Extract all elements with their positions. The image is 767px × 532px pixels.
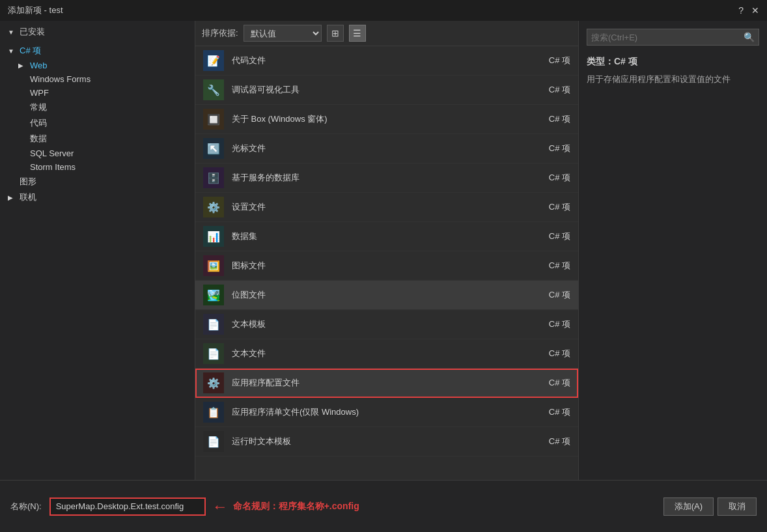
tree-arrow-online: ▶: [8, 194, 17, 201]
tree-label-data: 数据: [30, 133, 47, 145]
cancel-button[interactable]: 取消: [718, 497, 757, 516]
list-item-code-file[interactable]: 📝代码文件C# 项: [195, 46, 578, 76]
tree-item-web[interactable]: ▶Web: [0, 59, 195, 72]
item-name-code-file: 代码文件: [232, 55, 523, 66]
item-name-cursor-file: 光标文件: [232, 143, 523, 154]
tree-label-winforms: Windows Forms: [30, 74, 91, 84]
tree-label-web: Web: [30, 61, 48, 70]
list-item-bitmap-file[interactable]: 🏞️位图文件C# 项: [195, 281, 578, 310]
tree-arrow-web: ▶: [18, 62, 27, 69]
name-input[interactable]: [49, 497, 206, 516]
list-item-text-file[interactable]: 📄文本文件C# 项: [195, 339, 578, 369]
item-type-about-box: C# 项: [531, 113, 570, 125]
installed-header: ▼ 已安装: [0, 21, 195, 43]
item-icon-debug-vis: 🔧: [203, 79, 224, 100]
item-name-text-file: 文本文件: [232, 348, 523, 359]
bottom-buttons: 添加(A) 取消: [663, 497, 757, 516]
tree-label-online: 联机: [20, 191, 36, 203]
center-toolbar: 排序依据: 默认值 ⊞ ☰: [195, 21, 578, 46]
list-view-button[interactable]: ☰: [349, 25, 366, 42]
info-type: 类型：C# 项: [587, 56, 759, 68]
item-name-runtime-tmpl: 运行时文本模板: [232, 436, 523, 447]
close-button[interactable]: ✕: [751, 5, 759, 16]
tree-item-sqlserver[interactable]: SQL Server: [0, 147, 195, 160]
search-bar[interactable]: 🔍: [587, 29, 759, 46]
tree-item-online[interactable]: ▶联机: [0, 189, 195, 205]
tree-item-csharp[interactable]: ▼C# 项: [0, 43, 195, 59]
item-name-debug-vis: 调试器可视化工具: [232, 84, 523, 96]
item-type-dataset: C# 项: [531, 231, 570, 242]
right-panel: 🔍 类型：C# 项 用于存储应用程序配置和设置值的文件: [578, 21, 767, 480]
list-item-text-template[interactable]: 📄文本模板C# 项: [195, 310, 578, 339]
item-type-text-file: C# 项: [531, 348, 570, 359]
item-type-runtime-tmpl: C# 项: [531, 436, 570, 447]
tree-container: ▼C# 项▶WebWindows FormsWPF常规代码数据SQL Serve…: [0, 43, 195, 205]
info-desc: 用于存储应用程序配置和设置值的文件: [587, 73, 759, 87]
help-button[interactable]: ?: [738, 5, 744, 16]
left-panel: ▼ 已安装 ▼C# 项▶WebWindows FormsWPF常规代码数据SQL…: [0, 21, 195, 480]
item-type-debug-vis: C# 项: [531, 84, 570, 96]
item-icon-cursor-file: ↖️: [203, 138, 224, 159]
tree-item-code[interactable]: 代码: [0, 115, 195, 131]
tree-label-csharp: C# 项: [20, 45, 41, 57]
item-name-bitmap-file: 位图文件: [232, 289, 523, 301]
arrow-hint: ← 命名规则：程序集名称+.config: [212, 497, 359, 516]
arrow-icon: ←: [212, 497, 228, 516]
sort-label: 排序依据:: [202, 27, 238, 39]
title-bar-controls: ? ✕: [738, 5, 759, 16]
item-name-app-manifest: 应用程序清单文件(仅限 Windows): [232, 406, 523, 418]
items-container: 📝代码文件C# 项🔧调试器可视化工具C# 项🔲关于 Box (Windows 窗…: [195, 46, 578, 456]
item-icon-text-template: 📄: [203, 314, 224, 335]
item-type-bitmap-file: C# 项: [531, 289, 570, 301]
list-item-ico-file[interactable]: 🖼️图标文件C# 项: [195, 251, 578, 281]
item-name-settings-file: 设置文件: [232, 201, 523, 213]
item-icon-bitmap-file: 🏞️: [203, 285, 224, 305]
list-item-debug-vis[interactable]: 🔧调试器可视化工具C# 项: [195, 76, 578, 105]
tree-item-graphics[interactable]: 图形: [0, 174, 195, 189]
tree-label-graphics: 图形: [20, 176, 36, 188]
list-item-runtime-tmpl[interactable]: 📄运行时文本模板C# 项: [195, 427, 578, 456]
list-item-about-box[interactable]: 🔲关于 Box (Windows 窗体)C# 项: [195, 105, 578, 134]
tree-item-stormitems[interactable]: Storm Items: [0, 160, 195, 174]
tree-label-sqlserver: SQL Server: [30, 148, 74, 158]
item-icon-ico-file: 🖼️: [203, 255, 224, 276]
list-item-settings-file[interactable]: ⚙️设置文件C# 项: [195, 193, 578, 222]
item-icon-runtime-tmpl: 📄: [203, 431, 224, 452]
list-item-app-manifest[interactable]: 📋应用程序清单文件(仅限 Windows)C# 项: [195, 398, 578, 427]
item-type-cursor-file: C# 项: [531, 143, 570, 154]
tree-item-wpf[interactable]: WPF: [0, 86, 195, 100]
search-icon: 🔍: [744, 32, 755, 42]
list-item-cursor-file[interactable]: ↖️光标文件C# 项: [195, 134, 578, 163]
center-panel: 排序依据: 默认值 ⊞ ☰ 📝代码文件C# 项🔧调试器可视化工具C# 项🔲关于 …: [195, 21, 578, 480]
bottom-bar: 名称(N): ← 命名规则：程序集名称+.config 添加(A) 取消: [0, 480, 767, 532]
add-button[interactable]: 添加(A): [663, 497, 714, 516]
item-icon-app-config: ⚙️: [203, 372, 224, 393]
hint-text: 命名规则：程序集名称+.config: [233, 501, 359, 512]
item-type-code-file: C# 项: [531, 55, 570, 66]
item-type-settings-file: C# 项: [531, 201, 570, 213]
list-item-app-config[interactable]: ⚙️应用程序配置文件C# 项: [195, 369, 578, 398]
search-input[interactable]: [591, 33, 741, 42]
item-icon-about-box: 🔲: [203, 109, 224, 130]
tree-item-winforms[interactable]: Windows Forms: [0, 72, 195, 86]
tree-label-stormitems: Storm Items: [30, 162, 76, 172]
tree-label-code: 代码: [30, 117, 47, 129]
items-list[interactable]: 📝代码文件C# 项🔧调试器可视化工具C# 项🔲关于 Box (Windows 窗…: [195, 46, 578, 480]
item-name-app-config: 应用程序配置文件: [232, 377, 523, 389]
item-name-dataset: 数据集: [232, 231, 523, 242]
item-name-about-box: 关于 Box (Windows 窗体): [232, 113, 523, 125]
item-icon-dataset: 📊: [203, 226, 224, 247]
item-type-text-template: C# 项: [531, 318, 570, 330]
list-item-dataset[interactable]: 📊数据集C# 项: [195, 222, 578, 251]
dialog-title: 添加新项 - test: [8, 5, 63, 16]
tree-item-general[interactable]: 常规: [0, 100, 195, 115]
main-content: ▼ 已安装 ▼C# 项▶WebWindows FormsWPF常规代码数据SQL…: [0, 21, 767, 480]
item-type-ico-file: C# 项: [531, 260, 570, 272]
list-item-db-service[interactable]: 🗄️基于服务的数据库C# 项: [195, 163, 578, 193]
tree-item-data[interactable]: 数据: [0, 131, 195, 147]
grid-view-button[interactable]: ⊞: [327, 25, 344, 42]
item-type-app-manifest: C# 项: [531, 406, 570, 418]
item-icon-app-manifest: 📋: [203, 402, 224, 423]
sort-select[interactable]: 默认值: [244, 25, 322, 42]
item-icon-text-file: 📄: [203, 343, 224, 364]
